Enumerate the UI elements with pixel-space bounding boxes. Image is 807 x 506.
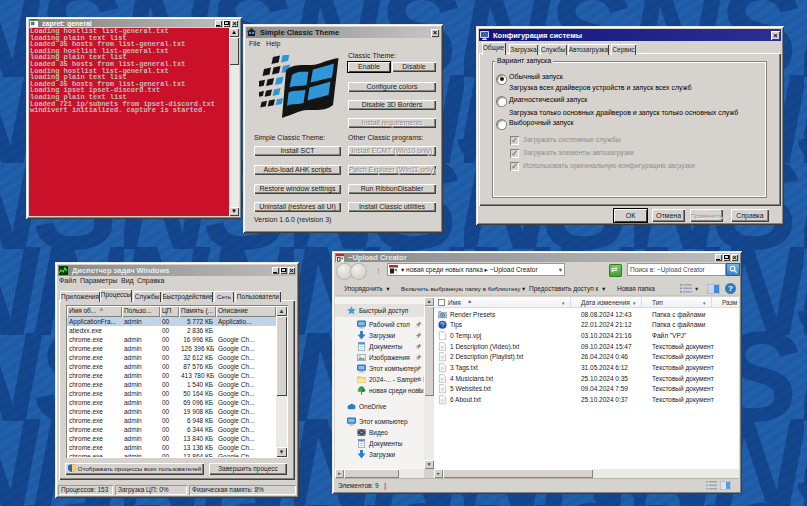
svg-text:?: ? (441, 321, 445, 328)
